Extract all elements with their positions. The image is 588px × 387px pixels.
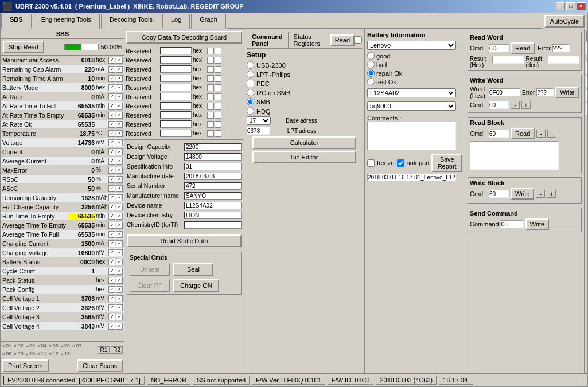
sbs-check[interactable] <box>116 75 123 82</box>
wb-minus-button[interactable]: - <box>536 190 545 198</box>
sbs-check[interactable] <box>116 185 123 192</box>
sbs-check[interactable] <box>116 222 123 229</box>
only-flash-button[interactable]: Only Flash <box>586 103 587 116</box>
reserved-check[interactable] <box>207 66 214 73</box>
reserved-check[interactable] <box>207 130 214 137</box>
minimize-button[interactable]: _ <box>556 2 565 10</box>
sbs-check[interactable] <box>108 323 115 330</box>
dataflash-button[interactable]: DataFlash Editor <box>586 42 587 55</box>
sbs-check[interactable] <box>108 66 115 73</box>
clear-scans-button[interactable]: Clear Scans <box>77 359 123 372</box>
rb-plus-button[interactable]: + <box>547 130 556 138</box>
sbs-check[interactable] <box>108 185 115 192</box>
sbs-check[interactable] <box>108 259 115 265</box>
sbs-check[interactable] <box>116 176 123 183</box>
read-checkbox[interactable] <box>355 36 362 44</box>
copy-data-button[interactable]: Copy Data To Decoding Board <box>126 31 242 44</box>
sbs-check[interactable] <box>116 249 123 256</box>
sbs-check[interactable] <box>108 139 115 146</box>
reserved-check[interactable] <box>207 93 214 100</box>
sbs-check[interactable] <box>116 286 123 293</box>
sbs-check[interactable] <box>108 158 115 165</box>
log-input[interactable] <box>367 174 456 181</box>
sbs-check[interactable] <box>116 231 123 238</box>
reserved-check[interactable] <box>215 121 221 128</box>
tab-sbs[interactable]: SBS <box>1 14 32 29</box>
bin-editor-button[interactable]: Bin.Editor <box>252 151 356 163</box>
comments-textarea[interactable] <box>367 122 456 150</box>
maximize-button[interactable]: □ <box>566 2 575 10</box>
autocycle-button[interactable]: AutoCycle <box>544 15 585 28</box>
reserved-check[interactable] <box>215 66 221 73</box>
unseal-button[interactable]: Unseal <box>130 263 170 276</box>
sbs-check[interactable] <box>108 130 115 137</box>
sbs-check[interactable] <box>108 57 115 64</box>
reserved-input[interactable] <box>160 93 192 100</box>
tab-engineering[interactable]: Engineering Tools <box>33 14 100 29</box>
sbs-check[interactable] <box>116 148 123 155</box>
sbs-check[interactable] <box>116 259 123 265</box>
lpt-addr-input[interactable] <box>247 127 270 135</box>
reserved-check[interactable] <box>207 57 214 64</box>
calculator-button[interactable]: Calculator <box>252 136 356 149</box>
sbs-check[interactable] <box>116 93 123 100</box>
sbs-check[interactable] <box>116 158 123 165</box>
sbs-check[interactable] <box>116 57 123 64</box>
radio-usb[interactable] <box>247 61 254 69</box>
window-controls[interactable]: _ □ ✕ <box>556 2 586 10</box>
sbs-check[interactable] <box>108 103 115 110</box>
sbs-check[interactable] <box>108 176 115 183</box>
sbs-check[interactable] <box>108 222 115 229</box>
radio-repair[interactable] <box>367 69 375 77</box>
base-addr-select[interactable]: 17 <box>247 116 271 125</box>
ww-minus-button[interactable]: - <box>511 101 520 109</box>
sbs-check[interactable] <box>108 213 115 220</box>
radio-hdq[interactable] <box>247 107 254 115</box>
reserved-input[interactable] <box>160 111 192 119</box>
bq2060-button[interactable]: bq2060, 24cXX <box>586 89 587 102</box>
tab-decoding[interactable]: Decoding Tools <box>101 14 161 29</box>
model-select[interactable]: L12S4A02 <box>367 88 456 97</box>
sbs-check[interactable] <box>108 286 115 293</box>
command-read-button[interactable]: Read <box>330 34 355 46</box>
sbs-check[interactable] <box>116 277 123 284</box>
close-button[interactable]: ✕ <box>577 2 586 10</box>
reserved-check[interactable] <box>215 57 221 64</box>
sbs-check[interactable] <box>108 75 115 82</box>
save-report-button[interactable]: Save Report <box>431 154 462 172</box>
sbs-check[interactable] <box>116 66 123 73</box>
tab-status-registers[interactable]: Status Registers <box>289 32 328 48</box>
sbs-check[interactable] <box>108 295 115 302</box>
rb-cmd-input[interactable] <box>489 130 509 138</box>
sbs-check[interactable] <box>108 249 115 256</box>
reserved-check[interactable] <box>215 130 221 137</box>
manufacturer-select[interactable]: Lenovo <box>367 41 456 50</box>
sbs-check[interactable] <box>116 112 123 119</box>
sbs-check[interactable] <box>108 93 115 100</box>
charge-on-button[interactable]: Charge ON <box>173 279 219 292</box>
reserved-check[interactable] <box>215 93 221 100</box>
sbs-check[interactable] <box>108 121 115 128</box>
rw-cmd-input[interactable] <box>489 44 509 52</box>
sbs-check[interactable] <box>108 204 115 210</box>
rb-minus-button[interactable]: - <box>536 130 546 138</box>
print-screen-button[interactable]: Print Screen <box>2 359 49 372</box>
sc-write-button[interactable]: Write <box>525 218 549 230</box>
reserved-input[interactable] <box>160 84 192 91</box>
sbs-check[interactable] <box>108 304 115 311</box>
sbs-check[interactable] <box>108 167 115 174</box>
ww-write-button[interactable]: Write <box>555 87 579 98</box>
reserved-check[interactable] <box>215 103 221 110</box>
radio-test[interactable] <box>367 78 375 85</box>
wb-cmd-input[interactable] <box>489 190 509 198</box>
read-static-button[interactable]: Read Static Data <box>127 234 242 247</box>
wb-plus-button[interactable]: + <box>547 190 556 198</box>
ww-cmd-input[interactable] <box>489 101 509 109</box>
reserved-check[interactable] <box>207 75 214 82</box>
stop-read-button[interactable]: Stop Read <box>3 41 44 53</box>
sbs-check[interactable] <box>108 148 115 155</box>
reserved-input[interactable] <box>160 56 192 64</box>
reserved-check[interactable] <box>207 48 214 54</box>
notepad-checkbox[interactable] <box>397 159 404 167</box>
reserved-input[interactable] <box>160 75 192 82</box>
